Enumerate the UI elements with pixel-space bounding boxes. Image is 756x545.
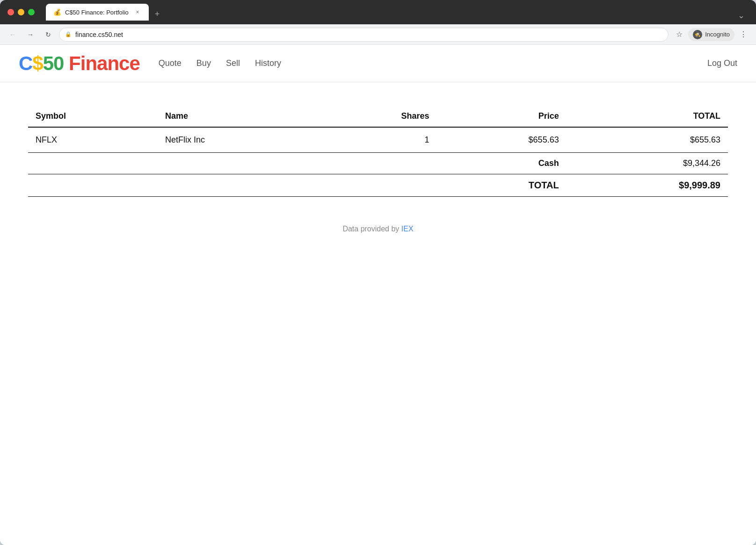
maximize-button[interactable] [28,9,35,15]
address-bar[interactable]: 🔒 finance.cs50.net [59,28,669,42]
cash-row: Cash $9,344.26 [28,153,728,174]
tab-bar: 💰 C$50 Finance: Portfolio × + ⌄ [46,4,749,21]
cell-price: $655.63 [437,127,567,153]
back-button[interactable]: ← [6,28,20,42]
bookmark-button[interactable]: ☆ [672,28,686,42]
col-shares: Shares [314,106,437,127]
nav-sell[interactable]: Sell [226,58,240,68]
browser-toolbar: ← → ↻ 🔒 finance.cs50.net ☆ 🕵 Incognito ⋮ [0,24,756,45]
table-row: NFLX NetFlix Inc 1 $655.63 $655.63 [28,127,728,153]
tab-favicon-icon: 💰 [53,8,61,16]
total-row: TOTAL $9,999.89 [28,174,728,197]
logo-c: C [19,52,32,74]
col-price: Price [437,106,567,127]
logout-button[interactable]: Log Out [707,58,737,68]
logo-dollar: $ [32,52,43,74]
site-logo: C$50 Finance [19,52,140,75]
incognito-badge: 🕵 Incognito [688,28,734,41]
site-nav: Quote Buy Sell History [159,58,281,68]
total-value: $9,999.89 [567,174,728,197]
cell-name: NetFlix Inc [158,127,314,153]
footer-prefix: Data provided by [342,225,401,233]
main-content: Symbol Name Shares Price TOTAL NFLX NetF… [0,82,756,545]
cell-symbol: NFLX [28,127,158,153]
cell-total: $655.63 [567,127,728,153]
nav-buy[interactable]: Buy [196,58,211,68]
forward-button[interactable]: → [23,28,37,42]
menu-button[interactable]: ⋮ [736,28,750,42]
cell-shares: 1 [314,127,437,153]
col-total: TOTAL [567,106,728,127]
portfolio-table: Symbol Name Shares Price TOTAL NFLX NetF… [28,106,728,197]
lock-icon: 🔒 [65,31,72,37]
browser-window: 💰 C$50 Finance: Portfolio × + ⌄ ← → ↻ 🔒 … [0,0,756,545]
page-footer: Data provided by IEX [28,206,728,261]
tab-close-button[interactable]: × [134,8,141,16]
logo-50: 50 [43,52,64,74]
incognito-label: Incognito [705,31,730,38]
toolbar-right: ☆ 🕵 Incognito ⋮ [672,28,750,42]
incognito-icon: 🕵 [693,30,702,39]
cash-label: Cash [437,153,567,174]
header-right: Log Out [707,58,737,68]
chevron-down-icon[interactable]: ⌄ [738,10,745,21]
col-name: Name [158,106,314,127]
nav-history[interactable]: History [255,58,281,68]
minimize-button[interactable] [18,9,24,15]
active-tab[interactable]: 💰 C$50 Finance: Portfolio × [46,4,149,21]
reload-button[interactable]: ↻ [41,28,55,42]
new-tab-button[interactable]: + [151,7,164,21]
col-symbol: Symbol [28,106,158,127]
cash-value: $9,344.26 [567,153,728,174]
iex-link[interactable]: IEX [401,225,414,233]
close-button[interactable] [7,9,14,15]
browser-titlebar: 💰 C$50 Finance: Portfolio × + ⌄ [0,0,756,24]
header-left: C$50 Finance Quote Buy Sell History [19,52,281,75]
address-text: finance.cs50.net [75,31,662,38]
table-header-row: Symbol Name Shares Price TOTAL [28,106,728,127]
traffic-lights [7,9,35,15]
page-content: C$50 Finance Quote Buy Sell History Log … [0,45,756,545]
total-label: TOTAL [437,174,567,197]
tab-title: C$50 Finance: Portfolio [65,9,130,16]
nav-quote[interactable]: Quote [159,58,182,68]
site-header: C$50 Finance Quote Buy Sell History Log … [0,45,756,82]
logo-finance: Finance [69,52,140,74]
